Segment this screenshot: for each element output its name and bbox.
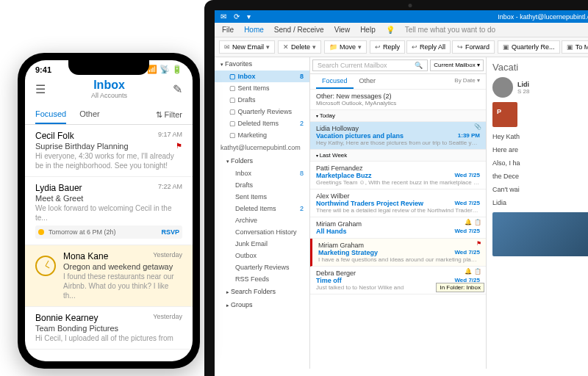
message-list: Search Current Mailbox🔍 Current Mailbox … [310, 57, 487, 369]
wifi-icon: 📡 [159, 65, 170, 74]
reply-all-button[interactable]: ↩Reply All [406, 40, 451, 54]
nav-item-marketing[interactable]: ▢ Marketing [215, 129, 309, 141]
message-item[interactable]: Patti FernandezMarketplace BuzzWed 7/25G… [310, 162, 486, 189]
lightbulb-icon: 💡 [386, 26, 395, 34]
new-email-button[interactable]: ✉New Email▾ [219, 40, 275, 54]
phone-tab-focused[interactable]: Focused [35, 105, 66, 124]
tab-view[interactable]: View [334, 26, 351, 34]
quick-step-1[interactable]: ▣Quarterly Re... [498, 40, 560, 54]
search-folders-header[interactable]: Search Folders [215, 285, 309, 298]
folders-header[interactable]: Folders [215, 154, 309, 167]
nav-item-deleted-items[interactable]: ▢ Deleted Items2 [215, 118, 309, 129]
list-tab-other[interactable]: Other [354, 74, 382, 89]
status-time: 9:41 [35, 65, 51, 74]
sort-button[interactable]: By Date ▾ [454, 74, 480, 89]
folder-nav: Favorites ▢ Inbox8▢ Sent Items▢ Drafts▢ … [215, 57, 310, 369]
filter-button[interactable]: ⇅Filter [156, 105, 182, 124]
laptop-frame: ✉ ⟳ ▾ Inbox - kathyt@lucernepubintl.com … [204, 0, 588, 376]
folder-quarterly-reviews[interactable]: Quarterly Reviews [215, 261, 309, 273]
folder-outbox[interactable]: Outbox [215, 250, 309, 261]
message-item[interactable]: ⚑Miriam GrahamMarketing StrategyWed 7/25… [310, 239, 486, 267]
folder-junk-email[interactable]: Junk Email [215, 238, 309, 250]
nav-item-drafts[interactable]: ▢ Drafts [215, 94, 309, 106]
read-subject: Vacati [492, 62, 588, 73]
phone-subtitle: All Accounts [46, 92, 173, 99]
folder-inbox[interactable]: Inbox8 [215, 167, 309, 179]
read-from: Lidi [517, 81, 529, 88]
groups-header[interactable]: Groups [215, 298, 309, 311]
nav-item-sent-items[interactable]: ▢ Sent Items [215, 82, 309, 94]
reply-icon: ↩ [375, 43, 381, 51]
group-last-week[interactable]: Last Week [310, 150, 486, 162]
phone-title: Inbox [46, 79, 173, 92]
tab-help[interactable]: Help [360, 26, 376, 34]
outlook-desktop: ✉ ⟳ ▾ Inbox - kathyt@lucernepubintl.com … [215, 10, 588, 376]
ribbon-tabs: File Home Send / Receive View Help 💡 Tel… [215, 23, 588, 37]
phone-tab-other[interactable]: Other [79, 105, 100, 124]
flag-icon: ⚑ [176, 142, 182, 150]
clock-icon [35, 256, 56, 276]
tab-home[interactable]: Home [244, 26, 264, 34]
group-today[interactable]: Today [310, 110, 486, 122]
window-titlebar: ✉ ⟳ ▾ Inbox - kathyt@lucernepubintl.com [215, 10, 588, 23]
message-item[interactable]: 📎Lidia HollowayVacation pictures and pla… [310, 122, 486, 150]
status-dot [38, 229, 44, 235]
calendar-message[interactable]: Mona KaneYesterdayOregon and weekend get… [25, 245, 193, 307]
powerpoint-attachment[interactable] [492, 102, 517, 127]
reply-button[interactable]: ↩Reply [370, 40, 405, 54]
window-title: Inbox - kathyt@lucernepubintl.com [498, 13, 588, 21]
battery-icon: 🔋 [172, 65, 182, 74]
clipboard-icon: 📋 [474, 268, 481, 275]
tell-me-input[interactable]: Tell me what you want to do [405, 26, 495, 34]
nav-item-inbox[interactable]: ▢ Inbox8 [215, 70, 309, 82]
message-item[interactable]: Alex WilberNorthwind Traders Project Rev… [310, 189, 486, 217]
quick-step-2[interactable]: ▣To Manager [562, 40, 588, 54]
favorites-header[interactable]: Favorites [215, 57, 309, 70]
envelope-icon: ✉ [224, 43, 230, 51]
phone-notch [68, 60, 149, 75]
folder-rss-feeds[interactable]: RSS Feeds [215, 273, 309, 285]
folder-archive[interactable]: Archive [215, 214, 309, 226]
phone-message[interactable]: Bonnie KearneyYesterdayTeam Bonding Pict… [25, 307, 193, 350]
mail-icon[interactable]: ✉ [220, 12, 226, 21]
ribbon-buttons: ✉New Email▾ ✕Delete▾ 📁Move▾ ↩Reply ↩Repl… [215, 37, 588, 57]
forward-button[interactable]: ↪Forward [452, 40, 495, 54]
search-scope[interactable]: Current Mailbox ▾ [430, 59, 484, 71]
tab-send-receive[interactable]: Send / Receive [274, 26, 324, 34]
email-image [492, 212, 588, 256]
hamburger-icon[interactable]: ☰ [35, 82, 46, 96]
message-item[interactable]: 🔔📋Debra BergerTime offWed 7/25Just talke… [310, 267, 486, 294]
read-body: Hey KathHere areAlso, I hathe DeceCan't … [492, 133, 588, 206]
forward-icon: ↪ [457, 43, 463, 51]
laptop-camera [409, 4, 412, 7]
folder-conversation-history[interactable]: Conversation History [215, 226, 309, 238]
tab-file[interactable]: File [222, 26, 234, 34]
paperclip-icon: 📎 [474, 123, 481, 130]
message-item[interactable]: 🔔📋Miriam GrahamAll HandsWed 7/25 [310, 217, 486, 239]
delete-button[interactable]: ✕Delete▾ [278, 40, 321, 54]
compose-icon[interactable]: ✎ [173, 82, 182, 96]
folder-deleted-items[interactable]: Deleted Items2 [215, 203, 309, 214]
list-tab-focused[interactable]: Focused [316, 74, 354, 89]
phone-message[interactable]: Cecil Folk9:17 AMSuprise Birthday Planni… [25, 125, 193, 177]
filter-icon: ⇅ [156, 110, 162, 120]
folder-drafts[interactable]: Drafts [215, 179, 309, 191]
rsvp-button[interactable]: RSVP [161, 228, 179, 236]
sender-avatar[interactable] [492, 77, 513, 98]
reply-all-icon: ↩ [412, 43, 417, 51]
bell-icon: 🔔 [465, 219, 472, 225]
folder-tooltip: In Folder: Inbox [436, 283, 484, 292]
other-new-messages[interactable]: Other: New messages (2) Microsoft Outloo… [310, 90, 486, 110]
nav-item-quarterly-reviews[interactable]: ▢ Quarterly Reviews [215, 106, 309, 118]
quick-icon[interactable]: ⟳ [234, 12, 240, 21]
move-button[interactable]: 📁Move▾ [324, 40, 367, 54]
folder-sent-items[interactable]: Sent Items [215, 191, 309, 203]
dropdown-icon[interactable]: ▾ [247, 12, 251, 21]
phone-frame: 9:41 📶 📡 🔋 ☰ Inbox All Accounts ✎ Focuse… [18, 53, 200, 369]
reading-pane: Vacati Lidi S 28 Hey KathHere areAlso, I… [487, 57, 588, 369]
main-area: Favorites ▢ Inbox8▢ Sent Items▢ Drafts▢ … [215, 57, 588, 369]
phone-message[interactable]: Lydia Bauer7:22 AMMeet & GreetWe look fo… [25, 177, 193, 245]
read-date: S 28 [517, 88, 529, 95]
search-input[interactable]: Search Current Mailbox🔍 [312, 59, 428, 71]
account-header[interactable]: kathyt@lucernepubintl.com [215, 141, 309, 154]
